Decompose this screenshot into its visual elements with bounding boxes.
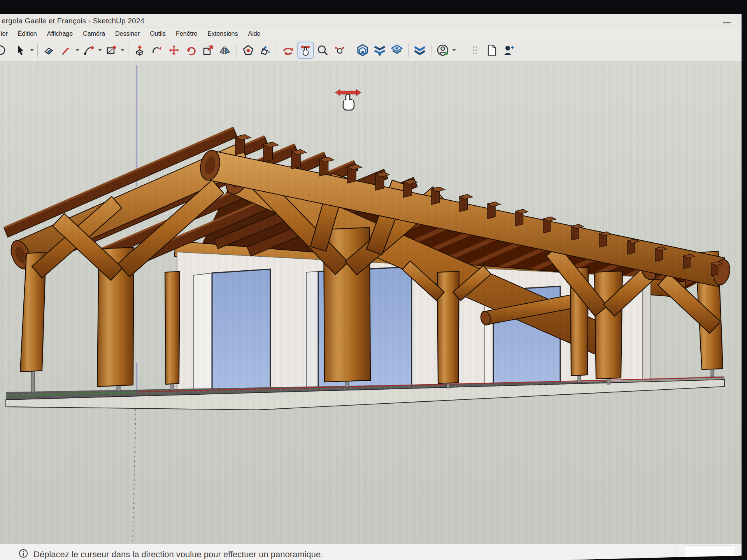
select-tool-dropdown[interactable] [29,42,35,59]
push-pull-icon [134,44,146,56]
minimize-button[interactable] [723,22,731,23]
line-tool-dropdown[interactable] [75,42,80,59]
scale-tool-button[interactable] [200,42,217,59]
status-bar: Déplacez le curseur dans la direction vo… [0,544,742,560]
flip-icon [219,44,231,56]
menu-extensions[interactable]: Extensions [202,29,243,38]
paint-bucket-tool-button[interactable] [257,42,274,59]
menu-outils[interactable]: Outils [145,29,171,38]
chevron-down-icon [98,49,102,52]
status-message: Déplacez le curseur dans la direction vo… [33,550,323,560]
menu-affichage[interactable]: Affichage [42,29,78,38]
double-chevron-icon [373,44,386,56]
post [594,271,622,379]
statusbar-divider [675,546,675,559]
menu-aide[interactable]: Aide [243,29,265,38]
pan-hand-icon [299,44,312,56]
pan-cursor [335,89,361,110]
drag-dots-icon [472,46,477,54]
warehouse-hexagon-icon [356,44,369,56]
menu-edition[interactable]: Édition [13,29,42,38]
info-icon [19,549,28,558]
chevron-down-icon [121,49,124,52]
door-glass-1 [212,269,270,391]
chevron-extension-button-2[interactable] [411,42,428,59]
toolbar-divider [37,44,38,57]
follow-me-icon [151,44,163,56]
menu-fichier[interactable]: ier [0,29,13,38]
push-pull-tool-button[interactable] [131,42,148,59]
select-arrow-icon [15,44,26,56]
toolbar-divider [128,44,128,57]
menu-fenetre[interactable]: Fenêtre [171,29,202,38]
menu-dessiner[interactable]: Dessiner [110,29,145,38]
door-jamb [193,273,212,393]
rectangle-icon [105,44,117,56]
paint-bucket-icon [260,44,271,56]
add-person-icon [503,44,515,56]
zoom-extents-icon [333,44,346,56]
toolbar-divider [408,44,409,57]
rotate-tool-button[interactable] [182,42,200,59]
chevron-down-icon [30,49,34,52]
window-title: ergola Gaelle et François - SketchUp 202… [2,17,144,25]
layers-extension-button[interactable] [388,42,405,59]
scale-icon [202,44,214,56]
toolbar-divider [237,44,237,57]
door-panel-edge [307,271,318,391]
arc-icon [83,44,95,56]
toolbar-divider [9,44,9,57]
select-tool-button[interactable] [12,42,29,59]
zoom-tool-button[interactable] [314,42,331,59]
sketchup-window: ergola Gaelle et François - SketchUp 202… [0,0,747,560]
pan-tool-button[interactable] [297,42,314,59]
title-bar: ergola Gaelle et François - SketchUp 202… [0,14,742,28]
orbit-tool-button[interactable] [280,42,297,59]
account-dropdown[interactable] [451,42,457,59]
toolbar [0,40,742,61]
door-bay-1 [193,269,270,393]
menu-bar: ier Édition Affichage Caméra Dessiner Ou… [0,28,742,40]
post-pin [711,369,714,376]
toolbar-divider [277,44,277,57]
post [165,271,180,384]
move-tool-button[interactable] [165,42,182,59]
orbit-icon [282,44,295,56]
rectangle-tool-dropdown[interactable] [120,42,125,59]
arc-tool-dropdown[interactable] [97,42,103,59]
move-icon [168,44,180,56]
offset-tool-button[interactable] [240,42,257,59]
model-viewport[interactable] [0,61,742,544]
account-button[interactable] [434,42,451,59]
new-document-icon [487,44,497,56]
chevron-down-icon [75,49,79,52]
eraser-icon [43,44,55,56]
arc-tool-button[interactable] [80,42,97,59]
follow-me-tool-button[interactable] [148,42,165,59]
add-person-button[interactable] [500,42,517,59]
monitor-bezel-top [0,0,747,14]
flip-tool-button[interactable] [217,42,234,59]
chevron-down-icon [452,49,456,52]
offset-icon [242,44,254,56]
post-pin [32,369,35,393]
guide-dashed [133,409,136,543]
eraser-tool-button[interactable] [40,42,58,59]
zoom-extents-tool-button[interactable] [331,42,348,59]
account-icon [437,44,449,56]
chevron-extension-button[interactable] [371,42,388,59]
rotate-icon [185,44,197,56]
warehouse-tool-button[interactable] [354,42,371,59]
menu-camera[interactable]: Caméra [78,29,110,38]
monitor-bezel-right [742,0,747,560]
toolbar-divider [351,44,351,57]
pergola-scene [0,61,742,544]
toolbar-drag-handle[interactable] [470,42,479,59]
new-document-button[interactable] [483,42,500,59]
pencil-icon [60,44,72,56]
zoom-partial-icon[interactable] [0,42,6,59]
magnifier-icon [317,44,328,56]
line-tool-button[interactable] [58,42,75,59]
layered-diamond-icon [391,44,403,56]
rectangle-tool-button[interactable] [103,42,120,59]
